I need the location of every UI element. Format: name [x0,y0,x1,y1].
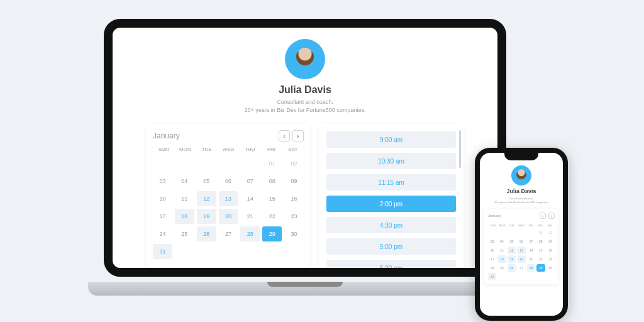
calendar-day[interactable]: 20 [219,209,238,224]
chevron-right-icon: › [551,214,552,218]
calendar-day[interactable]: 29 [536,264,545,272]
profile-sub-line1: Consultant and coach. [509,197,534,200]
calendar-day[interactable]: 13 [517,247,525,254]
calendar-grid: 0102030405060708091011121314151617181920… [488,229,555,280]
calendar-month-label: January [488,214,501,218]
calendar-dow: TUE [196,147,218,152]
calendar-day: 17 [488,255,496,263]
calendar-dow: FRI [260,147,282,152]
calendar-day[interactable]: 26 [508,264,516,272]
calendar-day: 25 [497,264,506,272]
calendar-day: 14 [240,191,260,206]
calendar-day: 23 [284,209,304,224]
calendar-day[interactable]: 19 [508,255,516,263]
profile-sub-line2: 20+ years in Biz Dev for Fortune500 comp… [494,201,548,204]
calendar-dow: WED [516,224,526,227]
calendar-day[interactable]: 29 [262,226,282,242]
calendar-day: 01 [262,156,282,171]
calendar-day: 02 [284,156,304,171]
calendar-day: 27 [219,226,238,242]
calendar-card: January ‹ › SUNMONTUEWEDTHUFRISAT 010203… [484,209,558,284]
profile-sub-line1: Consultant and coach. [277,99,333,105]
calendar-day: 24 [488,264,496,272]
laptop-trackpad-notch [267,282,343,287]
time-slot[interactable]: 5:30 pm [326,260,456,276]
calendar-month-label: January [153,131,180,140]
calendar-day: 07 [240,174,260,189]
calendar-day [197,156,216,171]
calendar-day: 04 [175,174,194,189]
calendar-day: 11 [175,191,194,206]
phone-notch [504,153,538,160]
calendar-day[interactable]: 12 [508,247,516,254]
calendar-nav: ‹ › [279,130,304,142]
calendar-day[interactable]: 20 [517,255,525,263]
prev-month-button[interactable]: ‹ [279,130,290,142]
calendar-day: 06 [219,174,238,189]
calendar-day: 10 [488,247,496,254]
prev-month-button[interactable]: ‹ [540,213,546,219]
profile-name: Julia Davis [113,84,497,96]
laptop-screen: Julia Davis Consultant and coach. 20+ ye… [104,19,506,277]
time-slot[interactable]: 10:30 am [326,153,456,169]
phone-screen: Julia Davis Consultant and coach. 20+ ye… [475,148,568,321]
chevron-left-icon: ‹ [283,133,285,140]
calendar-day: 05 [508,238,516,245]
time-slot[interactable]: 2:00 pm [326,196,456,212]
calendar-day[interactable]: 28 [527,264,535,272]
profile-name: Julia Davis [480,188,563,194]
scrollbar[interactable] [459,130,461,168]
calendar-day[interactable]: 31 [488,273,496,280]
calendar-dow-row: SUNMONTUEWEDTHUFRISAT [153,147,304,152]
calendar-day: 21 [527,255,535,263]
calendar-dow: SUN [488,224,497,227]
calendar-day: 15 [536,247,545,254]
calendar-dow: MON [497,224,507,227]
calendar-day: 11 [497,247,506,254]
calendar-day[interactable]: 26 [197,226,216,242]
calendar-day: 01 [536,229,545,236]
calendar-card: January ‹ › SUNMONTUEWEDTHUFRISAT 010203… [147,124,310,277]
booking-page: Julia Davis Consultant and coach. 20+ ye… [113,28,497,277]
calendar-dow: SAT [545,224,555,227]
time-slot[interactable]: 4:30 pm [326,217,456,233]
avatar [511,165,531,186]
calendar-day: 03 [488,238,496,245]
next-month-button[interactable]: › [548,213,555,219]
profile-sub-line2: 20+ years in Biz Dev for Fortune500 comp… [245,107,366,113]
calendar-day[interactable]: 19 [197,209,216,224]
calendar-day: 06 [517,238,525,245]
calendar-dow: MON [174,147,196,152]
calendar-day: 22 [536,255,545,263]
time-slot[interactable]: 11:15 am [326,174,456,191]
laptop-device: Julia Davis Consultant and coach. 20+ ye… [88,19,522,296]
calendar-day[interactable]: 13 [219,191,238,206]
calendar-day: 02 [547,229,555,236]
calendar-day [508,229,516,236]
calendar-day: 09 [547,238,555,245]
calendar-day[interactable]: 12 [197,191,216,206]
calendar-day[interactable]: 18 [175,209,194,224]
profile-subtitle: Consultant and coach. 20+ years in Biz D… [480,197,563,204]
avatar [285,39,325,79]
calendar-day: 24 [153,226,172,242]
calendar-day: 08 [262,174,282,189]
calendar-day[interactable]: 18 [497,255,506,263]
calendar-day: 09 [284,174,304,189]
calendar-day: 17 [153,209,172,224]
time-slot[interactable]: 5:00 pm [326,238,456,255]
calendar-day: 14 [527,247,535,254]
calendar-day: 03 [153,174,172,189]
calendar-dow: THU [239,147,260,152]
calendar-day[interactable]: 31 [153,244,172,259]
profile-subtitle: Consultant and coach. 20+ years in Biz D… [113,98,497,114]
booking-row: January ‹ › SUNMONTUEWEDTHUFRISAT 010203… [128,124,482,277]
calendar-day: 16 [284,191,304,206]
calendar-day: 15 [262,191,282,206]
calendar-day: 16 [547,247,555,254]
calendar-day[interactable]: 28 [240,226,260,242]
next-month-button[interactable]: › [292,130,304,142]
calendar-day [219,156,238,171]
calendar-day [488,229,496,236]
time-slot[interactable]: 9:00 am [326,131,456,148]
